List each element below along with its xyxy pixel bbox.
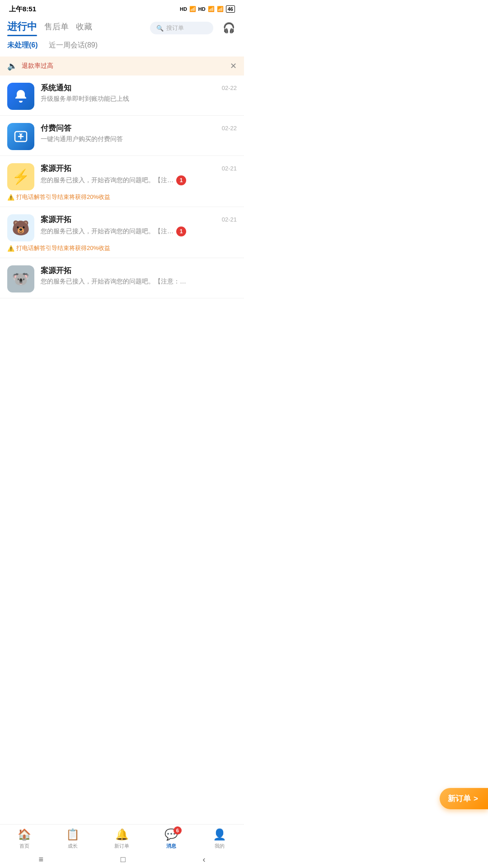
hd-icon1: HD xyxy=(180,6,187,12)
search-box[interactable]: 🔍 搜订单 xyxy=(150,22,213,34)
search-placeholder: 搜订单 xyxy=(166,24,184,32)
signal-icon: 📶 xyxy=(189,6,196,12)
item-content: 案源开拓 02-21 您的服务已接入，开始咨询您的问题吧。【注… 1 xyxy=(41,214,237,236)
item-desc: 升级服务单即时到账功能已上线 xyxy=(41,95,237,103)
headset-icon[interactable]: 🎧 xyxy=(221,20,237,36)
wifi-icon: 📶 xyxy=(217,6,224,12)
item-desc: 您的服务已接入，开始咨询您的问题吧。【注… 1 xyxy=(41,226,237,236)
item-date: 02-21 xyxy=(222,165,237,172)
unread-badge: 1 xyxy=(176,226,186,236)
item-title: 案源开拓 xyxy=(41,265,71,276)
list-item[interactable]: ⚡ 案源开拓 02-21 您的服务已接入，开始咨询您的问题吧。【注… 1 ⚠️ … xyxy=(0,156,244,207)
list-container: 系统通知 02-22 升级服务单即时到账功能已上线 ¥ 付费问答 02-22 一… xyxy=(0,75,244,298)
item-warning: ⚠️ 打电话解答引导结束将获得20%收益 xyxy=(7,244,110,252)
tab-favorites[interactable]: 收藏 xyxy=(76,21,92,35)
sub-tabs: 未处理(6) 近一周会话(89) xyxy=(0,36,244,52)
speaker-icon: 🔈 xyxy=(7,61,17,71)
warning-icon: ⚠️ xyxy=(7,245,14,252)
svg-text:¥: ¥ xyxy=(19,132,23,139)
item-date: 02-22 xyxy=(222,125,237,132)
status-icons: HD 📶 HD 📶 📶 46 xyxy=(180,5,235,13)
sub-tab-recent[interactable]: 近一周会话(89) xyxy=(49,41,98,52)
item-content: 系统通知 02-22 升级服务单即时到账功能已上线 xyxy=(41,83,237,103)
avatar: ¥ xyxy=(7,123,34,150)
list-item[interactable]: 🐻 案源开拓 02-21 您的服务已接入，开始咨询您的问题吧。【注… 1 ⚠️ … xyxy=(0,207,244,258)
alert-text: 退款率过高 xyxy=(22,62,225,70)
sub-tab-unprocessed[interactable]: 未处理(6) xyxy=(7,41,38,52)
item-title: 案源开拓 xyxy=(41,163,71,174)
alert-close-button[interactable]: ✕ xyxy=(230,61,237,71)
list-item[interactable]: 🐨 案源开拓 您的服务已接入，开始咨询您的问题吧。【注意：… xyxy=(0,258,244,298)
item-desc: 您的服务已接入，开始咨询您的问题吧。【注… 1 xyxy=(41,175,237,185)
item-content: 付费问答 02-22 一键沟通用户购买的付费问答 xyxy=(41,123,237,143)
list-item[interactable]: ¥ 付费问答 02-22 一键沟通用户购买的付费问答 xyxy=(0,116,244,156)
avatar: 🐻 xyxy=(7,214,34,241)
status-bar: 上午8:51 HD 📶 HD 📶 📶 46 xyxy=(0,0,244,16)
avatar xyxy=(7,83,34,110)
item-warning: ⚠️ 打电话解答引导结束将获得20%收益 xyxy=(7,193,110,201)
tab-aftersale[interactable]: 售后单 xyxy=(44,21,69,35)
signal-icon2: 📶 xyxy=(208,6,215,12)
item-title: 案源开拓 xyxy=(41,214,71,225)
item-title-row: 案源开拓 02-21 xyxy=(41,163,237,174)
search-icon: 🔍 xyxy=(156,25,164,32)
unread-badge: 1 xyxy=(176,175,186,185)
list-item[interactable]: 系统通知 02-22 升级服务单即时到账功能已上线 xyxy=(0,75,244,116)
item-desc: 一键沟通用户购买的付费问答 xyxy=(41,135,237,143)
hd-icon2: HD xyxy=(198,6,206,12)
avatar: ⚡ xyxy=(7,163,34,190)
item-title: 系统通知 xyxy=(41,83,71,93)
warning-icon: ⚠️ xyxy=(7,194,14,201)
item-title-row: 案源开拓 xyxy=(41,265,237,276)
item-title: 付费问答 xyxy=(41,123,71,133)
battery: 46 xyxy=(226,5,235,13)
tab-ongoing[interactable]: 进行中 xyxy=(7,20,37,36)
item-title-row: 付费问答 02-22 xyxy=(41,123,237,133)
item-date: 02-22 xyxy=(222,85,237,91)
header: 进行中 售后单 收藏 🔍 搜订单 🎧 xyxy=(0,16,244,36)
item-date: 02-21 xyxy=(222,216,237,223)
status-time: 上午8:51 xyxy=(9,5,36,14)
item-content: 案源开拓 02-21 您的服务已接入，开始咨询您的问题吧。【注… 1 xyxy=(41,163,237,185)
avatar: 🐨 xyxy=(7,265,34,292)
item-desc: 您的服务已接入，开始咨询您的问题吧。【注意：… xyxy=(41,278,237,286)
item-content: 案源开拓 您的服务已接入，开始咨询您的问题吧。【注意：… xyxy=(41,265,237,286)
item-title-row: 系统通知 02-22 xyxy=(41,83,237,93)
item-title-row: 案源开拓 02-21 xyxy=(41,214,237,225)
alert-banner: 🔈 退款率过高 ✕ xyxy=(0,57,244,75)
